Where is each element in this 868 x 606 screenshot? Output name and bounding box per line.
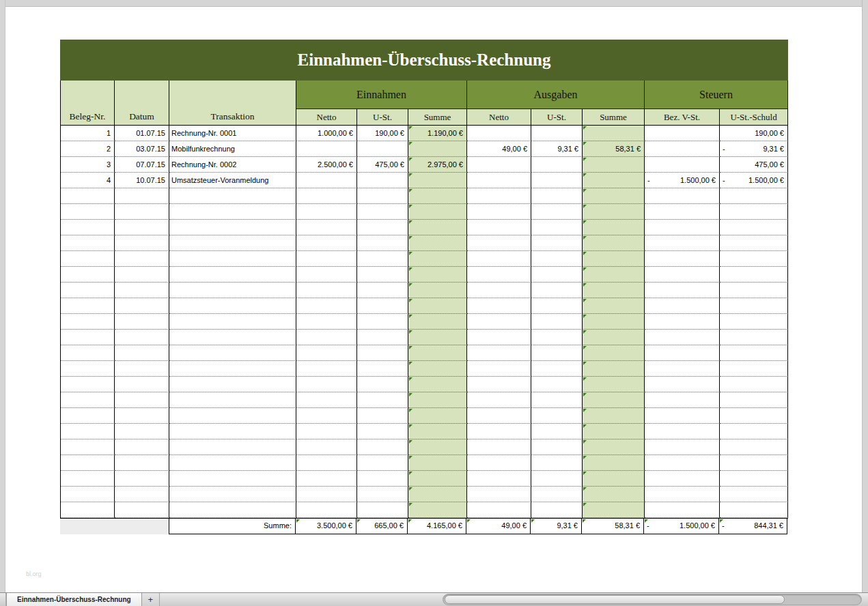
cell-datum[interactable]: 07.07.15 bbox=[115, 157, 169, 173]
cell-beleg[interactable]: 2 bbox=[61, 141, 115, 157]
cell-a_netto[interactable] bbox=[467, 455, 531, 471]
cell-a_summe[interactable] bbox=[583, 298, 645, 314]
cell-beleg[interactable]: 1 bbox=[61, 126, 115, 141]
col-header-ausgaben-summe[interactable]: Summe bbox=[583, 109, 645, 126]
cell-datum[interactable] bbox=[115, 314, 169, 330]
cell-bez_vst[interactable] bbox=[645, 204, 720, 220]
cell-e_summe[interactable] bbox=[408, 267, 467, 283]
cell-e_summe[interactable]: 1.190,00 € bbox=[408, 126, 467, 141]
cell-transaktion[interactable] bbox=[169, 235, 296, 251]
cell-datum[interactable] bbox=[115, 220, 169, 235]
cell-e_summe[interactable] bbox=[408, 439, 467, 455]
cell-a_summe[interactable] bbox=[583, 502, 645, 518]
cell-a_summe[interactable] bbox=[583, 251, 645, 267]
cell-e_netto[interactable]: 2.500,00 € bbox=[296, 157, 357, 173]
cell-ust_schuld[interactable] bbox=[720, 298, 788, 314]
cell-e_ust[interactable] bbox=[357, 141, 408, 157]
cell-ust_schuld[interactable] bbox=[720, 220, 788, 235]
cell-e_summe[interactable] bbox=[408, 487, 467, 502]
cell-a_ust[interactable] bbox=[531, 283, 583, 298]
cell-ust_schuld[interactable] bbox=[720, 471, 788, 487]
summary-blank-datum[interactable] bbox=[114, 519, 169, 534]
cell-beleg[interactable] bbox=[61, 283, 115, 298]
cell-ust_schuld[interactable] bbox=[720, 377, 788, 392]
cell-transaktion[interactable] bbox=[169, 392, 296, 408]
summary-einnahmen-summe[interactable]: 4.165,00 € bbox=[408, 519, 466, 534]
cell-e_ust[interactable] bbox=[357, 471, 408, 487]
cell-a_summe[interactable] bbox=[583, 471, 645, 487]
cell-a_summe[interactable] bbox=[583, 377, 645, 392]
cell-datum[interactable] bbox=[115, 267, 169, 283]
cell-a_netto[interactable] bbox=[467, 408, 531, 424]
cell-e_ust[interactable] bbox=[357, 439, 408, 455]
cell-datum[interactable]: 10.07.15 bbox=[115, 173, 169, 188]
cell-datum[interactable] bbox=[115, 204, 169, 220]
cell-transaktion[interactable] bbox=[169, 204, 296, 220]
cell-a_netto[interactable]: 49,00 € bbox=[467, 141, 531, 157]
cell-ust_schuld[interactable] bbox=[720, 502, 788, 518]
cell-ust_schuld[interactable] bbox=[720, 330, 788, 345]
cell-e_summe[interactable] bbox=[408, 345, 467, 361]
summary-label[interactable]: Summe: bbox=[169, 519, 296, 534]
cell-bez_vst[interactable] bbox=[645, 220, 720, 235]
cell-a_summe[interactable] bbox=[583, 408, 645, 424]
cell-transaktion[interactable] bbox=[169, 471, 296, 487]
cell-a_summe[interactable] bbox=[583, 220, 645, 235]
summary-ust-schuld[interactable]: - 844,31 € bbox=[719, 519, 787, 534]
cell-a_summe[interactable] bbox=[583, 392, 645, 408]
cell-beleg[interactable] bbox=[61, 330, 115, 345]
cell-e_netto[interactable] bbox=[296, 204, 357, 220]
cell-bez_vst[interactable] bbox=[645, 377, 720, 392]
cell-datum[interactable]: 03.07.15 bbox=[115, 141, 169, 157]
summary-einnahmen-netto[interactable]: 3.500,00 € bbox=[296, 519, 356, 534]
cell-a_ust[interactable] bbox=[531, 471, 583, 487]
cell-a_summe[interactable] bbox=[583, 188, 645, 204]
cell-a_netto[interactable] bbox=[467, 487, 531, 502]
cell-e_netto[interactable]: 1.000,00 € bbox=[296, 126, 357, 141]
cell-beleg[interactable]: 3 bbox=[61, 157, 115, 173]
cell-beleg[interactable] bbox=[61, 267, 115, 283]
cell-datum[interactable] bbox=[115, 377, 169, 392]
cell-transaktion[interactable] bbox=[169, 298, 296, 314]
cell-transaktion[interactable] bbox=[169, 330, 296, 345]
cell-e_ust[interactable]: 190,00 € bbox=[357, 126, 408, 141]
cell-transaktion[interactable] bbox=[169, 188, 296, 204]
cell-beleg[interactable] bbox=[61, 251, 115, 267]
cell-a_ust[interactable] bbox=[531, 487, 583, 502]
cell-a_netto[interactable] bbox=[467, 157, 531, 173]
cell-transaktion[interactable] bbox=[169, 345, 296, 361]
cell-ust_schuld[interactable] bbox=[720, 361, 788, 377]
cell-e_netto[interactable] bbox=[296, 235, 357, 251]
cell-transaktion[interactable] bbox=[169, 408, 296, 424]
cell-e_netto[interactable] bbox=[296, 424, 357, 439]
cell-e_summe[interactable] bbox=[408, 220, 467, 235]
cell-bez_vst[interactable] bbox=[645, 502, 720, 518]
cell-transaktion[interactable]: Umsatzsteuer-Voranmeldung bbox=[169, 173, 296, 188]
summary-blank-beleg[interactable] bbox=[60, 519, 114, 534]
cell-e_summe[interactable] bbox=[408, 283, 467, 298]
cell-beleg[interactable] bbox=[61, 455, 115, 471]
cell-beleg[interactable] bbox=[61, 345, 115, 361]
cell-e_ust[interactable] bbox=[357, 408, 408, 424]
cell-ust_schuld[interactable] bbox=[720, 487, 788, 502]
cell-beleg[interactable] bbox=[61, 377, 115, 392]
col-header-bez-vst[interactable]: Bez. V-St. bbox=[645, 109, 720, 126]
cell-a_netto[interactable] bbox=[467, 502, 531, 518]
cell-transaktion[interactable] bbox=[169, 455, 296, 471]
cell-ust_schuld[interactable] bbox=[720, 439, 788, 455]
cell-a_summe[interactable] bbox=[583, 173, 645, 188]
cell-e_summe[interactable] bbox=[408, 377, 467, 392]
cell-e_netto[interactable] bbox=[296, 345, 357, 361]
cell-bez_vst[interactable] bbox=[645, 157, 720, 173]
cell-e_netto[interactable] bbox=[296, 502, 357, 518]
cell-datum[interactable] bbox=[115, 345, 169, 361]
cell-a_summe[interactable] bbox=[583, 330, 645, 345]
cell-datum[interactable] bbox=[115, 502, 169, 518]
cell-bez_vst[interactable] bbox=[645, 314, 720, 330]
cell-transaktion[interactable] bbox=[169, 220, 296, 235]
cell-e_netto[interactable] bbox=[296, 173, 357, 188]
cell-a_ust[interactable] bbox=[531, 173, 583, 188]
cell-a_summe[interactable] bbox=[583, 204, 645, 220]
cell-e_ust[interactable] bbox=[357, 235, 408, 251]
sheet-title[interactable]: Einnahmen-Überschuss-Rechnung bbox=[60, 40, 788, 81]
